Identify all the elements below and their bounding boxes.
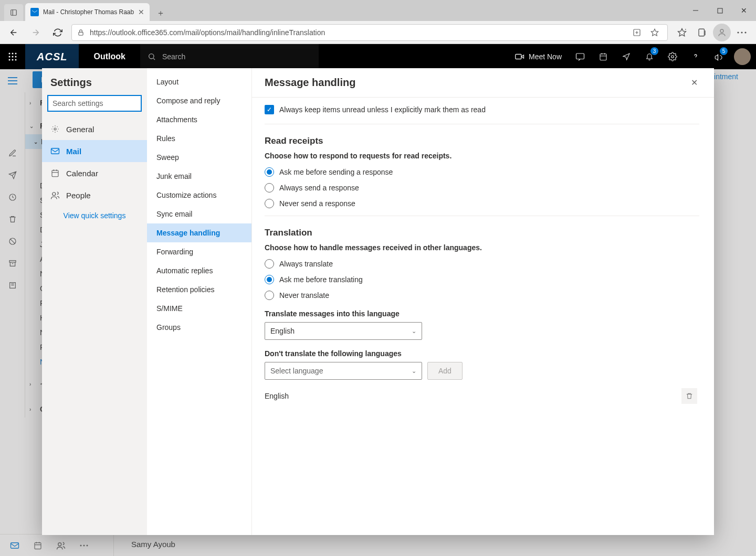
app-available-icon[interactable] (629, 25, 644, 40)
add-language-button[interactable]: Add (427, 362, 463, 380)
send-icon[interactable] (2, 165, 23, 186)
left-icon-rail (0, 92, 25, 418)
rr-ask-radio[interactable]: Ask me before sending a response (265, 167, 699, 177)
help-button[interactable] (685, 44, 707, 69)
favorites-button[interactable] (673, 24, 691, 41)
meet-now-button[interactable]: Meet Now (508, 52, 569, 61)
dont-translate-select[interactable]: Select language ⌄ (265, 362, 422, 380)
nav-hamburger-button[interactable] (0, 69, 25, 92)
tr-ask-radio[interactable]: Ask me before translating (265, 275, 699, 284)
new-tab-button[interactable]: ＋ (153, 5, 169, 21)
sub-sync[interactable]: Sync email (147, 205, 251, 223)
rr-never-radio[interactable]: Never send a response (265, 199, 699, 208)
notes-icon[interactable] (2, 275, 23, 296)
sub-smime[interactable]: S/MIME (147, 299, 251, 318)
settings-dialog: Settings Search settings General Mail Ca… (42, 68, 714, 535)
calendar-icon (50, 169, 60, 177)
global-search[interactable]: Search (140, 44, 319, 69)
read-receipts-heading: Read receipts (265, 136, 699, 146)
window-close-button[interactable]: ✕ (732, 0, 756, 21)
nav-back-button[interactable] (5, 24, 22, 41)
dialog-close-button[interactable]: ✕ (687, 76, 701, 90)
svg-point-43 (52, 193, 56, 196)
tr-always-radio[interactable]: Always translate (265, 259, 699, 269)
sub-attachments[interactable]: Attachments (147, 110, 251, 129)
sub-forwarding[interactable]: Forwarding (147, 242, 251, 261)
address-bar[interactable]: https://outlook.office365.com/mail/optio… (71, 24, 668, 41)
tr-never-radio[interactable]: Never translate (265, 291, 699, 300)
list-item-sender[interactable]: Samy Ayoub (131, 540, 175, 549)
trash-icon[interactable] (2, 209, 23, 230)
excluded-language-row: English (265, 388, 697, 404)
pane-title: Message handling (265, 77, 355, 89)
svg-rect-34 (11, 542, 19, 548)
search-icon (148, 52, 156, 61)
svg-rect-25 (600, 54, 606, 60)
category-people[interactable]: People (42, 184, 147, 206)
sub-customize[interactable]: Customize actions (147, 186, 251, 205)
tips-button[interactable] (615, 44, 637, 69)
site-lock-icon[interactable] (77, 29, 85, 36)
sub-message-handling[interactable]: Message handling (147, 223, 251, 242)
category-calendar[interactable]: Calendar (42, 162, 147, 184)
calendar-module-icon[interactable] (27, 535, 48, 556)
window-maximize-button[interactable] (708, 0, 732, 21)
browser-menu-button[interactable] (733, 24, 751, 41)
sub-rules[interactable]: Rules (147, 129, 251, 148)
browser-tab[interactable]: Mail - Christopher Thomas Raab ✕ (25, 3, 150, 21)
appointment-link[interactable]: ointment (710, 72, 747, 81)
settings-title: Settings (42, 68, 147, 95)
profile-button[interactable] (713, 24, 731, 41)
video-icon (515, 53, 524, 60)
svg-rect-41 (51, 148, 59, 154)
chevron-down-icon: ⌄ (412, 368, 416, 375)
window-minimize-button[interactable] (684, 0, 708, 21)
sub-junk[interactable]: Junk email (147, 167, 251, 186)
sub-sweep[interactable]: Sweep (147, 148, 251, 167)
keep-unread-checkbox[interactable]: ✓ Always keep items unread unless I expl… (265, 105, 699, 114)
nav-forward-button[interactable] (27, 24, 44, 41)
account-avatar[interactable] (734, 48, 751, 65)
svg-rect-0 (11, 10, 17, 16)
settings-gear-button[interactable] (662, 44, 684, 69)
browser-toolbar: https://outlook.office365.com/mail/optio… (0, 21, 756, 44)
category-mail[interactable]: Mail (42, 140, 147, 162)
compose-icon[interactable] (2, 143, 23, 164)
view-quick-settings-link[interactable]: View quick settings (42, 206, 147, 220)
my-day-button[interactable] (592, 44, 614, 69)
favorite-star-icon[interactable] (647, 25, 662, 40)
tab-actions-button[interactable] (4, 4, 23, 21)
app-name[interactable]: Outlook (79, 52, 140, 61)
gear-icon (50, 125, 60, 133)
org-brand[interactable]: ACSL (25, 44, 79, 69)
sub-groups[interactable]: Groups (147, 318, 251, 337)
block-icon[interactable] (2, 231, 23, 252)
whats-new-button[interactable]: 5 (708, 44, 730, 69)
app-launcher-button[interactable] (0, 44, 25, 69)
more-modules-icon[interactable] (74, 535, 94, 556)
translation-heading: Translation (265, 228, 699, 238)
clock-icon[interactable] (2, 187, 23, 208)
nav-refresh-button[interactable] (49, 24, 66, 41)
category-general[interactable]: General (42, 118, 147, 140)
sub-automatic[interactable]: Automatic replies (147, 261, 251, 280)
sub-layout[interactable]: Layout (147, 72, 251, 91)
notifications-button[interactable]: 3 (638, 44, 660, 69)
mail-module-icon[interactable] (4, 535, 25, 556)
svg-marker-7 (678, 28, 686, 36)
read-receipts-sub: Choose how to respond to requests for re… (265, 152, 699, 160)
archive-icon[interactable] (2, 253, 23, 274)
collections-button[interactable] (693, 24, 711, 41)
svg-point-14 (12, 53, 14, 55)
remove-language-button[interactable] (681, 388, 697, 404)
translate-into-select[interactable]: English ⌄ (265, 322, 422, 340)
translation-sub: Choose how to handle messages received i… (265, 243, 699, 252)
svg-point-37 (80, 544, 82, 546)
rr-always-radio[interactable]: Always send a response (265, 183, 699, 193)
people-module-icon[interactable] (50, 535, 71, 556)
sub-retention[interactable]: Retention policies (147, 280, 251, 299)
tab-close-icon[interactable]: ✕ (138, 8, 144, 16)
settings-search-input[interactable]: Search settings (47, 95, 142, 112)
teams-chat-button[interactable] (569, 44, 591, 69)
sub-compose[interactable]: Compose and reply (147, 91, 251, 110)
